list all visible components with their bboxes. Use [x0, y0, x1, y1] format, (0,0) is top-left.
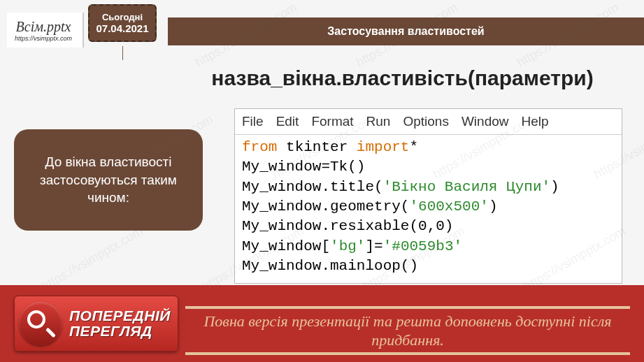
preview-text: ПОПЕРЕДНІЙ ПЕРЕГЛЯД — [69, 308, 171, 339]
menu-help[interactable]: Help — [521, 114, 548, 129]
magnifier-icon — [19, 302, 62, 345]
code-text: * — [409, 139, 418, 155]
code-text: ]= — [365, 238, 382, 254]
code-string: '600x500' — [409, 198, 488, 215]
code-string: '#0059b3' — [383, 238, 462, 254]
date-today-label: Сьогодні — [102, 12, 143, 22]
preview-button[interactable]: ПОПЕРЕДНІЙ ПЕРЕГЛЯД — [14, 296, 178, 352]
code-line: My_window=Tk() — [242, 159, 365, 175]
logo-url: https://vsimpptx.com — [15, 35, 72, 42]
menu-run[interactable]: Run — [366, 114, 391, 129]
heading-text: назва_вікна.властивість(параметри) — [211, 66, 593, 89]
menu-options[interactable]: Options — [403, 114, 448, 129]
code-text: ) — [489, 198, 498, 215]
menu-window[interactable]: Window — [461, 114, 509, 129]
editor-menu: File Edit Format Run Options Window Help — [235, 109, 622, 135]
code-kw-import: import — [357, 139, 410, 155]
date-value: 07.04.2021 — [96, 22, 148, 34]
code-line: My_window.mainloop() — [242, 258, 418, 274]
heading: назва_вікна.властивість(параметри) — [175, 66, 630, 90]
side-card-text: До вікна властивості застосовуються таки… — [28, 153, 189, 207]
top-bar: Застосування властивостей — [168, 17, 644, 45]
code-kw-from: from — [242, 139, 277, 155]
footer-message-box: Повна версія презентації та решта доповн… — [185, 306, 630, 355]
side-card: До вікна властивості застосовуються таки… — [14, 129, 203, 231]
menu-edit[interactable]: Edit — [276, 114, 299, 129]
date-tag-inner: Сьогодні 07.04.2021 — [88, 4, 157, 42]
code-string: 'Вікно Василя Цупи' — [383, 179, 550, 195]
menu-file[interactable]: File — [242, 114, 264, 129]
code-string: 'bg' — [330, 238, 365, 254]
editor-body: from tkinter import* My_window=Tk() My_w… — [235, 135, 622, 283]
code-text: My_window[ — [242, 238, 330, 254]
logo-box: Всім.pptx https://vsimpptx.com — [7, 13, 84, 48]
code-text: ) — [550, 179, 559, 195]
watermark-text: https://vsimpptx.com — [39, 224, 146, 294]
logo-main: Всім.pptx — [16, 19, 71, 35]
preview-line1: ПОПЕРЕДНІЙ — [69, 308, 171, 324]
footer-message-text: Повна версія презентації та решта доповн… — [191, 312, 624, 350]
date-tag-string — [122, 46, 123, 60]
menu-format[interactable]: Format — [311, 114, 353, 129]
code-line: My_window.resixable(0,0) — [242, 218, 453, 234]
code-editor: File Edit Format Run Options Window Help… — [234, 108, 622, 284]
top-bar-title: Застосування властивостей — [327, 25, 484, 38]
preview-line2: ПЕРЕГЛЯД — [69, 324, 171, 339]
date-tag: Сьогодні 07.04.2021 — [84, 0, 161, 46]
code-text: My_window.geometry( — [242, 198, 409, 215]
code-text: tkinter — [277, 139, 356, 155]
code-text: My_window.title( — [242, 179, 383, 195]
